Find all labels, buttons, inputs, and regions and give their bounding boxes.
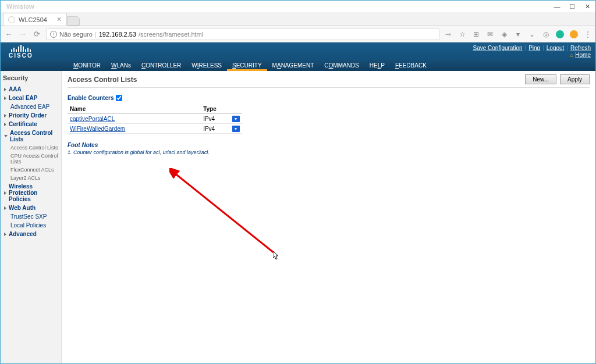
divider (68, 87, 590, 88)
new-button[interactable]: New... (525, 74, 556, 84)
cisco-logo-icon (11, 45, 31, 52)
nav-management[interactable]: MANAGEMENT (267, 60, 320, 70)
home-icon: ⌂ (570, 52, 573, 58)
ping-link[interactable]: Ping (528, 45, 540, 51)
sidebar-item-web-auth[interactable]: Web Auth (3, 204, 59, 212)
nav-controller[interactable]: CONTROLLER (136, 60, 186, 70)
sidebar-item-aaa[interactable]: AAA (3, 85, 59, 94)
security-label: Não seguro (59, 31, 93, 38)
key-icon[interactable]: ⊸ (444, 30, 452, 38)
sidebar-item-local-eap[interactable]: Local EAP (3, 94, 59, 102)
caret-down-icon (4, 135, 8, 139)
forward-button[interactable]: → (18, 30, 27, 39)
caret-icon (4, 88, 6, 91)
nav-help[interactable]: HELP (364, 60, 390, 70)
nav-security[interactable]: SECURITY (227, 60, 267, 71)
acl-link-wifirewalledgardem[interactable]: WiFireWalledGardem (70, 126, 125, 132)
footnote-1: 1. Counter configuration is global for a… (68, 149, 590, 155)
acl-type: IPv4 (201, 124, 230, 134)
nav-feedback[interactable]: FEEDBACK (390, 60, 432, 70)
footnotes-heading: Foot Notes (68, 142, 590, 148)
diamond-icon[interactable]: ◈ (500, 30, 508, 38)
annotation-arrow (169, 168, 280, 259)
content: Security AAA Local EAP Advanced EAP Prio… (1, 71, 595, 363)
sidebar-subitem-flexconnect-acl[interactable]: FlexConnect ACLs (3, 166, 59, 174)
mail-icon[interactable]: ✉ (486, 30, 494, 38)
button-bar: New... Apply (525, 74, 590, 84)
address-bar[interactable]: i Não seguro | 192.168.2.53/screens/fram… (46, 28, 439, 40)
sidebar-item-priority-order[interactable]: Priority Order (3, 111, 59, 120)
refresh-link[interactable]: Refresh (570, 45, 591, 51)
acl-type: IPv4 (201, 114, 230, 124)
acl-table: Name Type captivePortalACL IPv4 ▾ WiFire… (68, 105, 242, 134)
home-link[interactable]: ⌂ Home (570, 52, 591, 58)
window-minimize[interactable]: — (554, 3, 560, 10)
extension-icon[interactable]: ⊞ (472, 30, 480, 38)
cisco-header: CISCO Save Configuration| Ping| Logout| … (1, 42, 595, 60)
chevron-down-icon[interactable]: ▾ (514, 30, 522, 38)
extension-chip-icon[interactable] (570, 30, 578, 38)
browser-tab-strip: WLC2504 ✕ (1, 12, 595, 26)
row-menu-icon[interactable]: ▾ (232, 116, 240, 122)
sidebar-subitem-acl[interactable]: Access Control Lists (3, 144, 59, 152)
url-host: 192.168.2.53 (99, 31, 136, 38)
acl-link-captiveportal[interactable]: captivePortalACL (70, 116, 115, 122)
url-path: /screens/frameset.html (139, 31, 203, 38)
logout-link[interactable]: Logout (547, 45, 565, 51)
mouse-cursor-icon (273, 251, 280, 260)
nav-monitor[interactable]: MONITOR (68, 60, 106, 70)
site-info-icon[interactable]: i (50, 31, 57, 38)
browser-tab[interactable]: WLC2504 ✕ (3, 13, 67, 26)
sidebar-item-acl[interactable]: Access Control Lists (3, 129, 59, 144)
profile-avatar[interactable] (556, 30, 564, 38)
favicon-icon (8, 16, 15, 23)
back-button[interactable]: ← (4, 30, 13, 39)
svg-line-0 (174, 173, 274, 253)
save-configuration-link[interactable]: Save Configuration (473, 45, 522, 51)
caret-icon (4, 191, 6, 195)
cisco-brand-text: CISCO (9, 52, 33, 59)
nav-commands[interactable]: COMMANDS (319, 60, 364, 70)
sidebar-item-advanced-eap[interactable]: Advanced EAP (3, 102, 59, 111)
sidebar-subitem-cpu-acl[interactable]: CPU Access Control Lists (3, 152, 59, 166)
table-header-row: Name Type (68, 105, 242, 114)
toolbar-icons: ⊸ ☆ ⊞ ✉ ◈ ▾ ⌄ ◎ ⋮ (444, 30, 592, 38)
window-titlebar: Winislow — ☐ ✕ (1, 1, 595, 12)
new-tab-button[interactable] (67, 16, 80, 26)
page-title: Access Control Lists (68, 76, 137, 84)
caret-icon (4, 123, 6, 126)
apply-button[interactable]: Apply (560, 74, 590, 84)
cisco-logo: CISCO (1, 45, 41, 60)
sidebar: Security AAA Local EAP Advanced EAP Prio… (1, 71, 62, 363)
nav-wireless[interactable]: WIRELESS (186, 60, 227, 70)
enable-counters-checkbox[interactable] (116, 95, 122, 101)
vpn-icon[interactable]: ◎ (542, 30, 550, 38)
window-close[interactable]: ✕ (584, 3, 591, 10)
main-nav: MONITOR WLANs CONTROLLER WIRELESS SECURI… (1, 60, 595, 71)
sidebar-item-certificate[interactable]: Certificate (3, 120, 59, 129)
sidebar-item-local-policies[interactable]: Local Policies (3, 221, 59, 230)
browser-url-bar: ← → ⟳ i Não seguro | 192.168.2.53/screen… (1, 26, 595, 42)
watermark: Winislow (4, 3, 34, 10)
enable-counters-row: Enable Counters (68, 95, 590, 101)
pocket-icon[interactable]: ⌄ (528, 30, 536, 38)
sidebar-subitem-layer2-acl[interactable]: Layer2 ACLs (3, 174, 59, 182)
tab-title: WLC2504 (19, 16, 47, 23)
star-icon[interactable]: ☆ (458, 30, 466, 38)
caret-icon (4, 233, 6, 236)
enable-counters-label: Enable Counters (68, 95, 113, 101)
tab-close-icon[interactable]: ✕ (53, 16, 62, 23)
nav-wlans[interactable]: WLANs (106, 60, 136, 70)
header-links: Save Configuration| Ping| Logout| Refres… (473, 45, 591, 51)
caret-icon (4, 97, 6, 100)
sidebar-item-trustsec-sxp[interactable]: TrustSec SXP (3, 212, 59, 221)
reload-button[interactable]: ⟳ (32, 30, 41, 39)
page-title-row: Access Control Lists New... Apply (68, 74, 590, 84)
sidebar-item-wireless-protection[interactable]: Wireless Protection Policies (3, 182, 59, 204)
window-maximize[interactable]: ☐ (569, 3, 576, 10)
sidebar-item-advanced[interactable]: Advanced (3, 230, 59, 238)
menu-icon[interactable]: ⋮ (584, 30, 592, 38)
caret-icon (4, 206, 6, 210)
main-panel: Access Control Lists New... Apply Enable… (62, 71, 595, 363)
row-menu-icon[interactable]: ▾ (232, 126, 240, 132)
